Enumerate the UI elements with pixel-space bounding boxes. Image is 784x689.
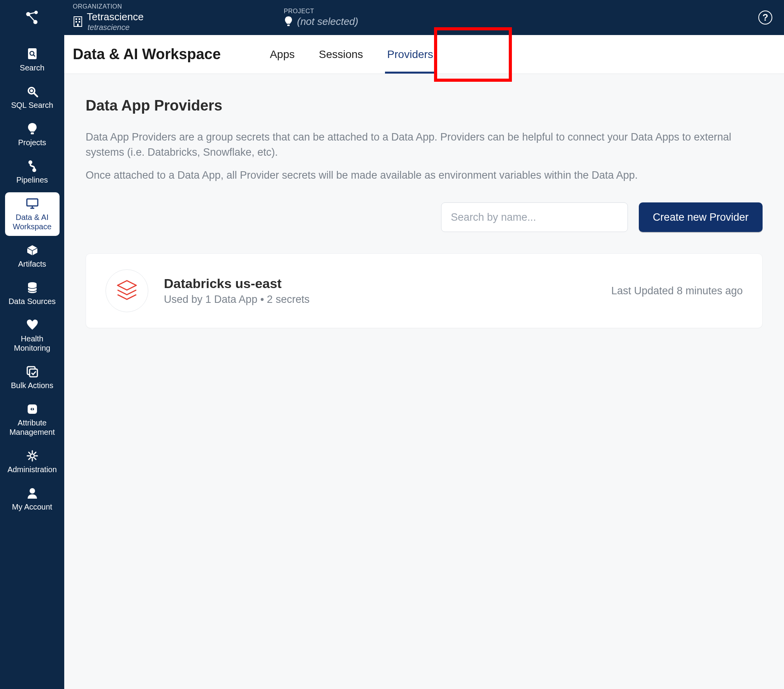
sidebar-item-label: My Account xyxy=(12,502,52,511)
svg-rect-14 xyxy=(27,199,38,206)
svg-rect-11 xyxy=(31,132,34,134)
provider-updated: Last Updated 8 minutes ago xyxy=(611,285,743,297)
sidebar-item-label: SQL Search xyxy=(11,100,53,110)
tab-sessions[interactable]: Sessions xyxy=(316,35,366,74)
page-title: Data & AI Workspace xyxy=(73,46,221,63)
svg-line-4 xyxy=(28,14,35,22)
org-name: Tetrascience xyxy=(87,11,144,23)
section-description-1: Data App Providers are a group secrets t… xyxy=(86,130,763,160)
bulb-icon xyxy=(26,122,39,135)
page-header: Data & AI Workspace Apps Sessions Provid… xyxy=(64,35,784,74)
monitor-icon xyxy=(26,197,39,210)
provider-meta: Used by 1 Data App • 2 secrets xyxy=(164,294,611,306)
section-description-2: Once attached to a Data App, all Provide… xyxy=(86,168,763,183)
sql-search-icon xyxy=(26,85,39,98)
main-content: Data App Providers Data App Providers ar… xyxy=(64,74,784,689)
svg-rect-20 xyxy=(28,404,37,414)
sidebar-item-health-monitoring[interactable]: Health Monitoring xyxy=(5,314,60,357)
highlight-annotation xyxy=(434,27,512,82)
sidebar-item-label: Health Monitoring xyxy=(7,334,57,353)
svg-rect-19 xyxy=(30,369,37,377)
svg-rect-29 xyxy=(287,25,290,26)
heart-monitor-icon xyxy=(26,318,39,332)
svg-point-21 xyxy=(30,454,34,458)
section-title: Data App Providers xyxy=(86,97,763,114)
sidebar-item-label: Data Sources xyxy=(9,297,56,306)
sidebar-item-label: Data & AI Workspace xyxy=(7,213,57,231)
project-label: PROJECT xyxy=(284,8,359,15)
sidebar-item-label: Projects xyxy=(18,138,46,147)
document-search-icon xyxy=(26,47,39,61)
sidebar-item-data-ai-workspace[interactable]: Data & AI Workspace xyxy=(5,192,60,236)
provider-card[interactable]: Databricks us-east Used by 1 Data App • … xyxy=(86,253,763,328)
attribute-icon xyxy=(26,403,39,416)
building-icon xyxy=(73,16,83,27)
databricks-icon xyxy=(105,269,148,312)
svg-point-12 xyxy=(28,160,32,164)
database-icon xyxy=(26,281,39,294)
svg-point-22 xyxy=(30,488,35,494)
tab-apps[interactable]: Apps xyxy=(267,35,297,74)
org-selector[interactable]: ORGANIZATION Tetrascience tetrascience xyxy=(73,3,144,32)
tabs: Apps Sessions Providers xyxy=(267,35,436,74)
bulk-icon xyxy=(26,365,39,378)
sidebar-item-search[interactable]: Search xyxy=(5,43,60,77)
project-value: (not selected) xyxy=(297,16,359,28)
sidebar-item-label: Artifacts xyxy=(18,259,46,269)
bulb-icon xyxy=(284,16,293,27)
sidebar-item-label: Administration xyxy=(7,465,57,474)
sidebar-item-label: Pipelines xyxy=(16,175,48,185)
sidebar-item-administration[interactable]: Administration xyxy=(5,445,60,479)
svg-rect-24 xyxy=(76,18,77,20)
sidebar-item-sql-search[interactable]: SQL Search xyxy=(5,80,60,114)
sidebar-item-label: Attribute Management xyxy=(7,418,57,437)
svg-rect-26 xyxy=(76,21,77,23)
sidebar-item-label: Search xyxy=(20,63,44,72)
svg-rect-5 xyxy=(28,48,37,59)
tab-providers[interactable]: Providers xyxy=(385,35,436,74)
provider-name: Databricks us-east xyxy=(164,276,611,291)
sidebar: Search SQL Search Projects Pipelines Dat xyxy=(0,0,64,689)
sidebar-item-artifacts[interactable]: Artifacts xyxy=(5,239,60,273)
help-button[interactable]: ? xyxy=(758,11,772,25)
user-icon xyxy=(26,487,39,500)
svg-point-13 xyxy=(32,168,36,172)
svg-rect-28 xyxy=(77,24,79,26)
sidebar-item-pipelines[interactable]: Pipelines xyxy=(5,155,60,189)
org-subtitle: tetrascience xyxy=(88,23,144,32)
sidebar-item-my-account[interactable]: My Account xyxy=(5,482,60,516)
cube-icon xyxy=(26,244,39,257)
sidebar-item-projects[interactable]: Projects xyxy=(5,118,60,152)
svg-rect-27 xyxy=(79,21,80,23)
project-selector[interactable]: PROJECT (not selected) xyxy=(284,8,359,28)
gear-icon xyxy=(26,449,39,462)
sidebar-item-label: Bulk Actions xyxy=(11,381,53,390)
topbar: ORGANIZATION Tetrascience tetrascience P… xyxy=(64,0,784,35)
sidebar-item-bulk-actions[interactable]: Bulk Actions xyxy=(5,360,60,395)
search-input[interactable] xyxy=(441,202,628,232)
sidebar-item-attribute-management[interactable]: Attribute Management xyxy=(5,398,60,441)
svg-line-9 xyxy=(34,93,37,97)
org-label: ORGANIZATION xyxy=(73,3,144,10)
app-logo xyxy=(23,8,42,27)
svg-rect-25 xyxy=(79,18,80,20)
create-provider-button[interactable]: Create new Provider xyxy=(639,202,763,232)
pipeline-icon xyxy=(26,160,39,173)
sidebar-item-data-sources[interactable]: Data Sources xyxy=(5,276,60,311)
